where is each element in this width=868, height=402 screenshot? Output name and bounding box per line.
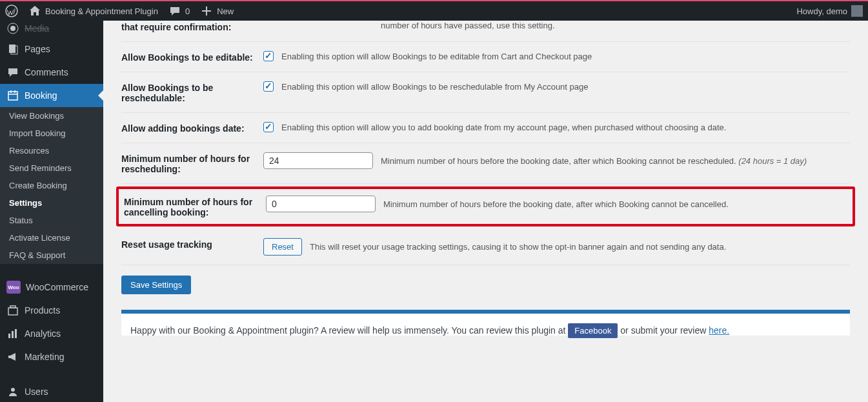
confirmation-desc: number of hours have passed, use this se… — [381, 21, 555, 30]
plus-icon — [200, 5, 213, 17]
wp-logo[interactable] — [0, 1, 23, 21]
review-banner: Happy with our Booking & Appointment plu… — [121, 310, 850, 336]
svg-rect-9 — [8, 308, 17, 315]
row-editable: Allow Bookings to be editable: Enabling … — [121, 42, 850, 72]
row-confirmation: that require confirmation: number of hou… — [121, 21, 850, 42]
min-resched-hint: (24 hours = 1 day) — [738, 156, 807, 166]
sidebar-item-booking[interactable]: Booking — [0, 84, 103, 107]
svg-rect-11 — [8, 334, 10, 338]
admin-bar-right[interactable]: Howdy, demo — [796, 5, 868, 17]
sidebar-item-woocommerce[interactable]: Woo WooCommerce — [0, 276, 103, 299]
howdy-text: Howdy, demo — [796, 6, 847, 16]
row-min-cancel: Minimum number of hours for cancelling b… — [124, 196, 847, 217]
min-resched-input[interactable] — [263, 152, 373, 169]
submenu-settings[interactable]: Settings — [0, 194, 103, 212]
confirmation-label: that require confirmation: — [121, 21, 263, 32]
calendar-icon — [6, 89, 19, 102]
sidebar-item-label: Media — [25, 23, 49, 34]
row-reset-tracking: Reset usage tracking Reset This will res… — [121, 229, 850, 265]
svg-rect-12 — [12, 331, 14, 338]
sidebar-item-marketing[interactable]: Marketing — [0, 345, 103, 368]
submenu-import-booking[interactable]: Import Booking — [0, 125, 103, 142]
save-settings-button[interactable]: Save Settings — [121, 276, 191, 294]
editable-label: Allow Bookings to be editable: — [121, 51, 263, 63]
min-resched-label: Minimum number of hours for rescheduling… — [121, 152, 263, 174]
min-resched-desc: Minimum number of hours before the booki… — [381, 156, 736, 166]
reschedulable-label: Allow Bookings to be reschedulable: — [121, 81, 263, 103]
products-icon — [6, 304, 19, 317]
reset-label: Reset usage tracking — [121, 238, 263, 250]
booking-submenu: View Bookings Import Booking Resources S… — [0, 107, 103, 264]
sidebar-item-label: Products — [25, 305, 60, 316]
svg-rect-13 — [15, 329, 17, 338]
review-here-link[interactable]: here. — [709, 325, 729, 336]
pages-icon — [6, 43, 19, 55]
min-cancel-desc: Minimum number of hours before the booki… — [383, 199, 729, 209]
sidebar-item-label: WooCommerce — [26, 282, 88, 292]
reschedulable-desc: Enabling this option will allow Bookings… — [281, 82, 589, 92]
sidebar-item-label: Users — [25, 387, 48, 397]
row-add-date: Allow adding bookings date: Enabling thi… — [121, 113, 850, 143]
sidebar-item-users[interactable]: Users — [0, 380, 103, 402]
site-title: Booking & Appointment Plugin — [45, 6, 158, 16]
comments-count: 0 — [185, 6, 190, 16]
new-label: New — [217, 6, 234, 16]
min-cancel-label: Minimum number of hours for cancelling b… — [124, 196, 266, 217]
reset-desc: This will reset your usage tracking sett… — [310, 242, 726, 252]
users-icon — [6, 385, 19, 398]
sidebar-item-label: Pages — [25, 44, 50, 54]
submenu-faq-support[interactable]: FAQ & Support — [0, 246, 103, 264]
comments-link[interactable]: 0 — [163, 1, 195, 21]
sidebar-item-label: Marketing — [25, 352, 64, 362]
editable-desc: Enabling this option will allow Bookings… — [281, 52, 592, 61]
sidebar-item-comments[interactable]: Comments — [0, 61, 103, 84]
reschedulable-checkbox[interactable] — [263, 81, 274, 92]
submenu-send-reminders[interactable]: Send Reminders — [0, 159, 103, 177]
comment-icon — [168, 5, 181, 17]
analytics-icon — [6, 327, 19, 340]
add-date-checkbox[interactable] — [263, 122, 274, 132]
svg-point-14 — [11, 388, 15, 392]
submenu-resources[interactable]: Resources — [0, 142, 103, 159]
svg-rect-10 — [10, 306, 15, 308]
submenu-create-booking[interactable]: Create Booking — [0, 177, 103, 194]
svg-rect-5 — [8, 92, 17, 100]
review-text-mid: or submit your review — [620, 325, 709, 336]
comment-icon — [6, 66, 19, 79]
sidebar-item-label: Comments — [25, 67, 68, 77]
add-date-desc: Enabling this option will allow you to a… — [281, 123, 726, 132]
sidebar-item-pages[interactable]: Pages — [0, 37, 103, 61]
sidebar-item-label: Booking — [25, 90, 57, 101]
avatar — [851, 5, 863, 17]
reset-button[interactable]: Reset — [263, 238, 302, 256]
submenu-view-bookings[interactable]: View Bookings — [0, 107, 103, 125]
admin-bar: Booking & Appointment Plugin 0 New Howdy… — [0, 0, 868, 21]
woocommerce-icon: Woo — [6, 281, 21, 294]
facebook-badge[interactable]: Facebook — [568, 323, 618, 338]
submenu-activate-license[interactable]: Activate License — [0, 229, 103, 246]
new-content-link[interactable]: New — [195, 1, 239, 21]
row-min-cancel-highlight: Minimum number of hours for cancelling b… — [116, 186, 855, 226]
sidebar-item-analytics[interactable]: Analytics — [0, 322, 103, 345]
submenu-status[interactable]: Status — [0, 212, 103, 229]
row-min-reschedule: Minimum number of hours for rescheduling… — [121, 143, 850, 184]
home-icon — [28, 5, 41, 17]
site-home-link[interactable]: Booking & Appointment Plugin — [23, 1, 163, 21]
admin-bar-left: Booking & Appointment Plugin 0 New — [0, 1, 239, 21]
sidebar-item-products[interactable]: Products — [0, 299, 103, 322]
row-reschedulable: Allow Bookings to be reschedulable: Enab… — [121, 72, 850, 113]
megaphone-icon — [6, 350, 19, 363]
admin-sidebar: Media Pages Comments Booking View Bookin… — [0, 21, 103, 402]
sidebar-item-media[interactable]: Media — [0, 21, 103, 37]
svg-point-1 — [10, 26, 15, 31]
settings-content: that require confirmation: number of hou… — [103, 21, 868, 402]
editable-checkbox[interactable] — [263, 51, 274, 61]
min-cancel-input[interactable] — [266, 196, 376, 212]
add-date-label: Allow adding bookings date: — [121, 122, 263, 134]
media-icon — [6, 22, 19, 35]
review-text-before: Happy with our Booking & Appointment plu… — [130, 325, 568, 336]
sidebar-item-label: Analytics — [25, 328, 61, 339]
wordpress-icon — [5, 5, 18, 17]
